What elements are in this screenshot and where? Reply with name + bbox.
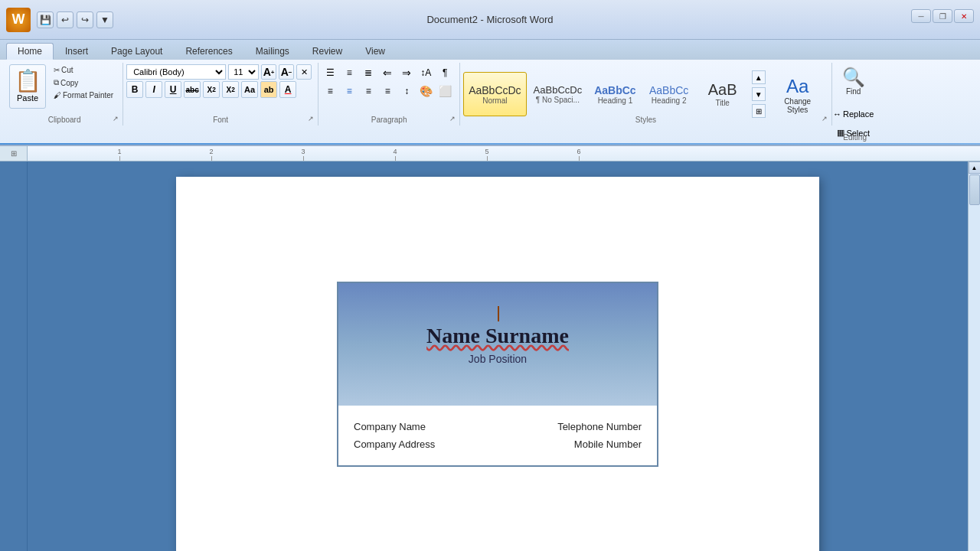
styles-more-button[interactable]: ⊞ bbox=[752, 104, 766, 118]
cut-button[interactable]: ✂ Cut bbox=[51, 64, 116, 76]
tab-insert[interactable]: Insert bbox=[54, 43, 100, 60]
close-button[interactable]: ✕ bbox=[954, 9, 974, 23]
sort-button[interactable]: ↕A bbox=[417, 64, 434, 81]
tab-references[interactable]: References bbox=[174, 43, 243, 60]
ruler-mark-2: 2 bbox=[209, 148, 213, 155]
justify-button[interactable]: ≡ bbox=[379, 83, 396, 99]
clipboard-group: 📋 Paste ✂ Cut ⧉ Copy 🖌 Format Painter bbox=[6, 63, 123, 126]
window-controls: ─ ❐ ✕ bbox=[911, 9, 974, 23]
change-styles-icon: Aa bbox=[786, 76, 808, 97]
ruler-mark-3: 3 bbox=[301, 148, 305, 155]
restore-button[interactable]: ❐ bbox=[933, 9, 952, 23]
card-name[interactable]: Name Surname bbox=[426, 324, 569, 348]
paragraph-row1: ☰ ≡ ≣ ⇐ ⇒ ↕A ¶ bbox=[322, 64, 453, 81]
tab-review[interactable]: Review bbox=[301, 43, 354, 60]
highlight-button[interactable]: ab bbox=[260, 81, 277, 98]
styles-scroll-buttons: ▲ ▼ ⊞ bbox=[752, 70, 766, 118]
replace-icon: ↔ bbox=[833, 109, 841, 119]
align-right-button[interactable]: ≡ bbox=[360, 83, 377, 99]
tab-view[interactable]: View bbox=[354, 43, 397, 60]
customize-quick-access-button[interactable]: ▼ bbox=[96, 11, 113, 28]
border-button[interactable]: ⬜ bbox=[436, 83, 453, 99]
clipboard-expand-button[interactable]: ↗ bbox=[110, 113, 121, 124]
style-title[interactable]: AaB Title bbox=[697, 72, 749, 116]
shading-button[interactable]: 🎨 bbox=[417, 83, 434, 99]
ruler-mark-1: 1 bbox=[117, 148, 121, 155]
font-size-selector[interactable]: 11 bbox=[228, 64, 259, 80]
show-hide-button[interactable]: ¶ bbox=[436, 64, 453, 81]
paste-button[interactable]: 📋 Paste bbox=[9, 64, 46, 109]
text-cursor bbox=[498, 306, 499, 321]
change-styles-button[interactable]: Aa ChangeStyles bbox=[770, 72, 825, 116]
paragraph-group: ☰ ≡ ≣ ⇐ ⇒ ↕A ¶ ≡ ≡ ≡ ≡ ↕ 🎨 ⬜ bbox=[318, 63, 460, 126]
ruler-corner[interactable]: ⊞ bbox=[0, 146, 28, 161]
ruler-tick-1 bbox=[119, 156, 120, 161]
font-grow-button[interactable]: A+ bbox=[261, 64, 276, 80]
document-area[interactable]: Name Surname Job Position Company Name C… bbox=[28, 161, 968, 551]
align-center-button[interactable]: ≡ bbox=[341, 83, 358, 99]
undo-button[interactable]: ↩ bbox=[57, 11, 74, 28]
card-position[interactable]: Job Position bbox=[469, 353, 527, 365]
styles-scroll-down[interactable]: ▼ bbox=[752, 87, 766, 101]
card-company-name: Company Name bbox=[354, 418, 435, 435]
ruler-tick-6 bbox=[579, 156, 580, 161]
multilevel-list-button[interactable]: ≣ bbox=[360, 64, 377, 81]
card-mobile: Mobile Number bbox=[557, 435, 642, 453]
format-painter-label: Format Painter bbox=[63, 91, 113, 99]
italic-button[interactable]: I bbox=[145, 81, 162, 98]
numbering-button[interactable]: ≡ bbox=[341, 64, 358, 81]
styles-expand-button[interactable]: ↗ bbox=[819, 113, 830, 124]
decrease-indent-button[interactable]: ⇐ bbox=[379, 64, 396, 81]
superscript-button[interactable]: X2 bbox=[222, 81, 239, 98]
underline-button[interactable]: U bbox=[165, 81, 181, 98]
replace-button[interactable]: ↔ Replace bbox=[835, 106, 872, 122]
paragraph-expand-button[interactable]: ↗ bbox=[447, 113, 458, 124]
ruler-mark-6: 6 bbox=[577, 148, 580, 155]
style-no-spacing-label: ¶ No Spaci... bbox=[536, 96, 580, 104]
subscript-button[interactable]: X2 bbox=[203, 81, 220, 98]
align-left-button[interactable]: ≡ bbox=[322, 83, 338, 99]
font-shrink-button[interactable]: A− bbox=[279, 64, 294, 80]
tab-home[interactable]: Home bbox=[6, 43, 54, 60]
scroll-up-button[interactable]: ▲ bbox=[969, 161, 981, 174]
style-no-spacing[interactable]: AaBbCcDc ¶ No Spaci... bbox=[528, 72, 588, 116]
ruler-tick-4 bbox=[395, 156, 396, 161]
clear-formatting-button[interactable]: ✕ bbox=[296, 64, 312, 80]
line-spacing-button[interactable]: ↕ bbox=[398, 83, 415, 99]
change-case-button[interactable]: Aa bbox=[241, 81, 258, 98]
find-button[interactable]: 🔍 Find bbox=[835, 64, 872, 104]
font-name-row: Calibri (Body) 11 A+ A− ✕ bbox=[126, 64, 312, 80]
format-painter-icon: 🖌 bbox=[54, 91, 61, 99]
ruler-tick-5 bbox=[487, 156, 488, 161]
style-heading2-label: Heading 2 bbox=[652, 96, 687, 105]
format-painter-button[interactable]: 🖌 Format Painter bbox=[51, 90, 116, 101]
redo-button[interactable]: ↪ bbox=[77, 11, 93, 28]
strikethrough-button[interactable]: abc bbox=[184, 81, 201, 98]
ribbon: Home Insert Page Layout References Maili… bbox=[0, 40, 980, 146]
font-color-button[interactable]: A bbox=[279, 81, 296, 98]
bullets-button[interactable]: ☰ bbox=[322, 64, 338, 81]
ruler-tick-2 bbox=[211, 156, 212, 161]
clipboard-label: Clipboard bbox=[48, 116, 81, 124]
replace-label: Replace bbox=[843, 109, 874, 119]
increase-indent-button[interactable]: ⇒ bbox=[398, 64, 415, 81]
style-heading1[interactable]: AaBbCc Heading 1 bbox=[589, 72, 641, 116]
font-expand-button[interactable]: ↗ bbox=[305, 113, 316, 124]
style-normal[interactable]: AaBbCcDc Normal bbox=[463, 72, 526, 116]
font-family-selector[interactable]: Calibri (Body) bbox=[126, 64, 226, 80]
tab-page-layout[interactable]: Page Layout bbox=[100, 43, 174, 60]
ribbon-content: 📋 Paste ✂ Cut ⧉ Copy 🖌 Format Painter bbox=[0, 60, 980, 143]
styles-scroll-up[interactable]: ▲ bbox=[752, 70, 766, 84]
minimize-button[interactable]: ─ bbox=[911, 9, 931, 23]
style-heading2-preview: AaBbCc bbox=[649, 84, 688, 96]
save-button[interactable]: 💾 bbox=[37, 11, 54, 28]
left-bar bbox=[0, 161, 28, 551]
ribbon-tab-bar: Home Insert Page Layout References Maili… bbox=[0, 40, 980, 60]
bold-button[interactable]: B bbox=[126, 81, 143, 98]
style-heading2[interactable]: AaBbCc Heading 2 bbox=[643, 72, 695, 116]
tab-mailings[interactable]: Mailings bbox=[244, 43, 301, 60]
scroll-thumb[interactable] bbox=[969, 174, 980, 205]
style-no-spacing-preview: AaBbCcDc bbox=[534, 84, 583, 96]
copy-button[interactable]: ⧉ Copy bbox=[51, 77, 116, 89]
change-styles-label: ChangeStyles bbox=[784, 97, 811, 114]
